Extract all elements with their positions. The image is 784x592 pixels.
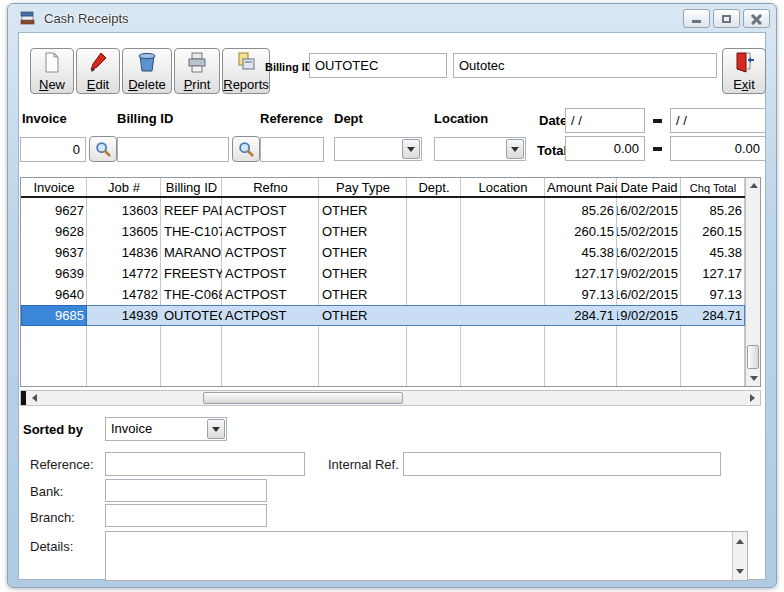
cell-dept[interactable] bbox=[407, 263, 461, 284]
cell-invoice[interactable]: 9627 bbox=[21, 200, 87, 221]
cell-job[interactable]: 13605 bbox=[87, 221, 161, 242]
table-row[interactable]: 962713603REEF PALACTPOSTOTHER85.2616/02/… bbox=[21, 200, 745, 221]
cell-dept[interactable] bbox=[407, 221, 461, 242]
cell-amount_paid[interactable]: 260.15 bbox=[545, 221, 617, 242]
cell-date_paid[interactable]: 19/02/2015 bbox=[617, 305, 681, 326]
table-row[interactable]: 968514939OUTOTECACTPOSTOTHER284.7119/02/… bbox=[21, 305, 745, 326]
grid-header-invoice[interactable]: Invoice bbox=[21, 178, 87, 196]
dept-dropdown-button[interactable] bbox=[402, 139, 420, 159]
cell-amount_paid[interactable]: 127.17 bbox=[545, 263, 617, 284]
cell-refno[interactable]: ACTPOST bbox=[222, 242, 319, 263]
bank-input[interactable] bbox=[105, 479, 267, 502]
dept-filter-select[interactable] bbox=[334, 137, 422, 161]
cell-chq_total[interactable]: 97.13 bbox=[681, 284, 745, 305]
cell-location[interactable] bbox=[461, 242, 545, 263]
cell-date_paid[interactable]: 16/02/2015 bbox=[617, 200, 681, 221]
cell-refno[interactable]: ACTPOST bbox=[222, 284, 319, 305]
cell-dept[interactable] bbox=[407, 284, 461, 305]
cell-chq_total[interactable]: 127.17 bbox=[681, 263, 745, 284]
scroll-down-button[interactable] bbox=[746, 371, 761, 386]
cell-pay_type[interactable]: OTHER bbox=[319, 242, 407, 263]
delete-button[interactable]: Delete bbox=[122, 48, 172, 94]
cell-invoice[interactable]: 9637 bbox=[21, 242, 87, 263]
maximize-button[interactable] bbox=[713, 9, 740, 28]
billing-id-code-input[interactable] bbox=[309, 53, 447, 78]
reports-button[interactable]: Reports bbox=[222, 48, 270, 94]
details-textarea[interactable] bbox=[106, 532, 732, 580]
cell-amount_paid[interactable]: 97.13 bbox=[545, 284, 617, 305]
print-button[interactable]: Print bbox=[174, 48, 220, 94]
cell-amount_paid[interactable]: 85.26 bbox=[545, 200, 617, 221]
cell-pay_type[interactable]: OTHER bbox=[319, 221, 407, 242]
grid-header-amount_paid[interactable]: Amount Paid bbox=[545, 178, 617, 196]
cell-location[interactable] bbox=[461, 305, 545, 326]
invoice-filter-input[interactable] bbox=[20, 137, 86, 162]
new-button[interactable]: New bbox=[30, 48, 74, 94]
cell-pay_type[interactable]: OTHER bbox=[319, 284, 407, 305]
cell-billing_id[interactable]: THE-C107 bbox=[161, 221, 222, 242]
cell-invoice[interactable]: 9639 bbox=[21, 263, 87, 284]
cell-job[interactable]: 14782 bbox=[87, 284, 161, 305]
vertical-scroll-thumb[interactable] bbox=[747, 345, 759, 369]
scroll-up-button[interactable] bbox=[746, 178, 761, 193]
close-button[interactable] bbox=[743, 9, 770, 28]
total-from-input[interactable] bbox=[565, 136, 645, 161]
grid-header-location[interactable]: Location bbox=[461, 178, 545, 196]
reference-filter-input[interactable] bbox=[260, 137, 324, 162]
cell-amount_paid[interactable]: 45.38 bbox=[545, 242, 617, 263]
table-row[interactable]: 963914772FREESTYACTPOSTOTHER127.1719/02/… bbox=[21, 263, 745, 284]
cell-chq_total[interactable]: 284.71 bbox=[681, 305, 745, 326]
cell-billing_id[interactable]: FREESTY bbox=[161, 263, 222, 284]
table-row[interactable]: 964014782THE-C068ACTPOSTOTHER97.1316/02/… bbox=[21, 284, 745, 305]
grid-header-billing_id[interactable]: Billing ID bbox=[161, 178, 222, 196]
cell-dept[interactable] bbox=[407, 305, 461, 326]
table-row[interactable]: 962813605THE-C107ACTPOSTOTHER260.1515/02… bbox=[21, 221, 745, 242]
cell-refno[interactable]: ACTPOST bbox=[222, 200, 319, 221]
location-dropdown-button[interactable] bbox=[506, 139, 524, 159]
cell-refno[interactable]: ACTPOST bbox=[222, 263, 319, 284]
details-scrollbar[interactable] bbox=[732, 532, 747, 580]
branch-input[interactable] bbox=[105, 504, 267, 527]
cell-billing_id[interactable]: MARANO bbox=[161, 242, 222, 263]
cell-pay_type[interactable]: OTHER bbox=[319, 200, 407, 221]
cell-date_paid[interactable]: 15/02/2015 bbox=[617, 221, 681, 242]
grid-header-date_paid[interactable]: Date Paid bbox=[617, 178, 681, 196]
splitter-box[interactable] bbox=[21, 391, 26, 405]
billing-search-button[interactable] bbox=[232, 136, 260, 162]
cell-billing_id[interactable]: OUTOTEC bbox=[161, 305, 222, 326]
cell-location[interactable] bbox=[461, 263, 545, 284]
cell-refno[interactable]: ACTPOST bbox=[222, 305, 319, 326]
horizontal-scroll-thumb[interactable] bbox=[203, 392, 403, 404]
billing-filter-input[interactable] bbox=[117, 137, 229, 162]
grid-header-job[interactable]: Job # bbox=[87, 178, 161, 196]
vertical-scrollbar[interactable] bbox=[745, 178, 760, 386]
title-bar[interactable]: Cash Receipts bbox=[8, 4, 776, 32]
cell-date_paid[interactable]: 16/02/2015 bbox=[617, 242, 681, 263]
exit-button[interactable]: Exit bbox=[722, 48, 766, 94]
date-from-input[interactable] bbox=[565, 108, 645, 133]
cell-date_paid[interactable]: 19/02/2015 bbox=[617, 263, 681, 284]
cell-billing_id[interactable]: THE-C068 bbox=[161, 284, 222, 305]
scroll-left-button[interactable] bbox=[27, 391, 42, 405]
cell-job[interactable]: 14939 bbox=[87, 305, 161, 326]
cell-chq_total[interactable]: 260.15 bbox=[681, 221, 745, 242]
cell-job[interactable]: 14772 bbox=[87, 263, 161, 284]
cell-dept[interactable] bbox=[407, 200, 461, 221]
cell-invoice[interactable]: 9628 bbox=[21, 221, 87, 242]
internal-ref-input[interactable] bbox=[403, 452, 721, 476]
horizontal-scrollbar[interactable] bbox=[20, 390, 761, 406]
cell-billing_id[interactable]: REEF PAL bbox=[161, 200, 222, 221]
cell-location[interactable] bbox=[461, 200, 545, 221]
edit-button[interactable]: Edit bbox=[76, 48, 120, 94]
cell-amount_paid[interactable]: 284.71 bbox=[545, 305, 617, 326]
cell-invoice[interactable]: 9685 bbox=[21, 305, 87, 326]
details-scroll-down-button[interactable] bbox=[733, 564, 747, 578]
cell-chq_total[interactable]: 45.38 bbox=[681, 242, 745, 263]
cell-dept[interactable] bbox=[407, 242, 461, 263]
grid-header-chq_total[interactable]: Chq Total bbox=[681, 178, 745, 196]
sorted-by-select[interactable]: Invoice bbox=[105, 417, 227, 441]
cell-job[interactable]: 14836 bbox=[87, 242, 161, 263]
cell-location[interactable] bbox=[461, 221, 545, 242]
cell-chq_total[interactable]: 85.26 bbox=[681, 200, 745, 221]
details-scroll-up-button[interactable] bbox=[733, 534, 747, 548]
